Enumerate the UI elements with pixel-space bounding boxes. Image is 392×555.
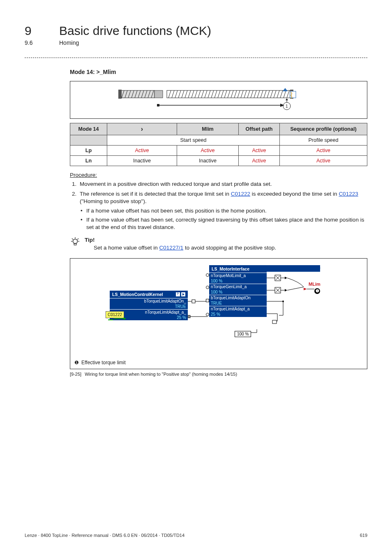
link-c01227-1[interactable]: C01227/1 [159, 245, 184, 251]
fb1-title-text: LS_MotionControlKernel [112, 292, 163, 297]
tip-label: Tip! [85, 237, 276, 243]
svg-rect-70 [192, 300, 195, 303]
section-number: 9.6 [25, 39, 44, 46]
svg-rect-62 [74, 243, 76, 245]
block-diagram: LS_MotionControlKernel bTorqueLimitAdapt… [70, 258, 367, 369]
tip-text: Set a home value offset in C01227/1 to a… [94, 245, 276, 251]
mode-heading: Mode 14: >_Mlim [70, 69, 367, 75]
footnote-text: Effective torque limit [81, 360, 126, 365]
port-dot [206, 273, 209, 277]
figure-tag: [9-25] [70, 372, 81, 377]
cell: Active [280, 146, 367, 156]
fb2-val3: TRUE [209, 301, 267, 306]
fb2-port1: nTorqueMotLimit_a [209, 273, 267, 278]
procedure-heading: Procedure: [70, 172, 367, 178]
page-number: 619 [360, 533, 367, 538]
svg-point-72 [188, 316, 190, 317]
link-c01223[interactable]: C01223 [339, 191, 358, 197]
link-c01222[interactable]: C01222 [231, 191, 250, 197]
table-row: Lp Active Active Active Active [70, 146, 367, 156]
svg-text:1: 1 [286, 104, 288, 109]
separator [25, 58, 367, 58]
svg-point-61 [73, 239, 78, 244]
svg-marker-60 [286, 98, 288, 100]
svg-line-66 [72, 238, 73, 240]
fb2-title: LS_MotorInterface [209, 265, 267, 273]
step2-text-b: is exceeded beyond the time set in [250, 191, 339, 197]
section-title: Homing [59, 39, 79, 46]
homing-diagram: 1 [70, 81, 367, 119]
table-row: Ln Inactive Inactive Active Active [70, 156, 367, 166]
cell: Inactive [177, 156, 239, 166]
box-100pct: 100 % [235, 331, 251, 337]
help-icon [176, 292, 180, 296]
cell: Active [107, 146, 177, 156]
fb1-val1: TRUE [110, 304, 188, 309]
tip-text-b: to avoid stopping at the positive stop. [183, 245, 276, 251]
svg-line-67 [78, 238, 79, 240]
svg-rect-1 [118, 90, 122, 99]
th-blank [70, 135, 107, 146]
fb2-port4: nTorqueLimitAdapt_a [209, 306, 267, 312]
tip-text-a: Set a home value offset in [94, 245, 159, 251]
svg-rect-82 [272, 320, 277, 324]
procedure-sub-1: If a home value offset has not been set,… [81, 207, 367, 215]
port-dot [206, 286, 209, 289]
fb1-port1: bTorqueLimitAdaptOn_ [110, 298, 188, 304]
th-mlim: Mlim [177, 123, 239, 135]
fb1-title: LS_MotionControlKernel [110, 291, 188, 298]
procedure-step-1: Movement in a positive direction with re… [78, 180, 367, 188]
svg-marker-76 [285, 277, 287, 279]
figure-caption: Wiring for torque limit when homing to "… [85, 372, 237, 377]
fb2-title-text: LS_MotorInterface [212, 266, 249, 271]
fb2-val1: 100 % [209, 278, 267, 284]
th-offset: Offset path [239, 123, 280, 135]
mode-table: Mode 14 › Mlim Offset path Sequence prof… [70, 123, 367, 166]
cell: Active [280, 156, 367, 166]
cell: Inactive [107, 156, 177, 166]
footer-left: Lenze · 8400 TopLine · Reference manual … [25, 533, 184, 538]
svg-rect-69 [108, 319, 113, 320]
detail-icon [181, 292, 185, 296]
step2-text-a: The reference is set if it is detected t… [80, 191, 231, 197]
svg-marker-83 [304, 288, 307, 290]
svg-marker-80 [285, 289, 287, 291]
svg-rect-12 [154, 90, 163, 98]
svg-point-81 [282, 301, 284, 302]
th-direction: › [107, 123, 177, 135]
svg-marker-55 [283, 88, 288, 91]
chapter-number: 9 [25, 24, 44, 38]
row-label-ln: Ln [70, 156, 107, 166]
step2-text-c: ("Homing to positive stop"). [80, 198, 147, 204]
svg-rect-54 [157, 104, 159, 106]
footnote-marker: ❶ [74, 360, 79, 365]
lightbulb-icon [70, 237, 81, 247]
cell: Active [239, 156, 280, 166]
port-square [206, 299, 209, 302]
procedure-sub-2: If a home value offset has been set, cor… [81, 216, 367, 231]
row-label-lp: Lp [70, 146, 107, 156]
fb2-port2: nTorqueGenLimit_a [209, 284, 267, 289]
td-profile-speed: Profile speed [280, 135, 367, 146]
fb2-val4: 25 % [209, 312, 267, 317]
svg-marker-68 [124, 317, 126, 320]
cell: Active [239, 146, 280, 156]
th-mode: Mode 14 [70, 123, 107, 135]
td-start-speed: Start speed [107, 135, 280, 146]
procedure-step-2: The reference is set if it is detected t… [78, 190, 367, 231]
cell: Active [177, 146, 239, 156]
chapter-title: Basic drive functions (MCK) [59, 24, 211, 38]
fb2-val2: 100 % [209, 289, 267, 295]
fb2-port3: bTorqueLimitAdaptOn [209, 295, 267, 301]
th-sequence: Sequence profile (optional) [280, 123, 367, 135]
